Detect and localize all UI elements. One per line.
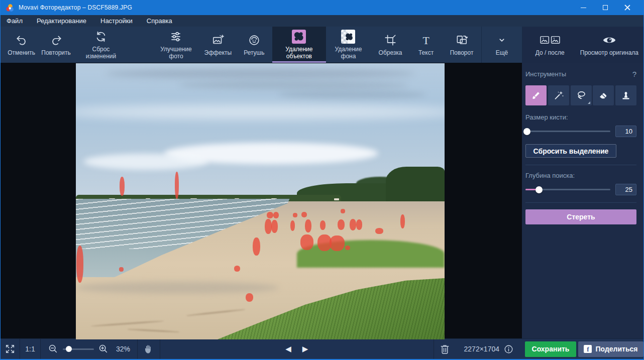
close-icon (624, 5, 630, 11)
red-selection-mark (290, 220, 295, 231)
red-selection-mark (246, 293, 253, 302)
toolbar-right-section: До / после Просмотр оригинала (522, 27, 643, 63)
info-icon[interactable] (503, 344, 514, 354)
status-bar-actions: Сохранить f Поделиться (522, 339, 643, 359)
hand-tool-button[interactable] (138, 339, 160, 359)
zoom-out-button[interactable] (48, 343, 59, 354)
tab-enhance-photo[interactable]: Улучшение фото (152, 27, 200, 63)
window-title: Movavi Фоторедактор – DSCF5889.JPG (19, 4, 132, 11)
stamp-icon (620, 90, 631, 101)
red-selection-mark (356, 219, 362, 230)
magic-wand-tool-button[interactable] (548, 85, 569, 105)
photo-canvas[interactable] (76, 63, 445, 339)
before-after-button[interactable]: До / после (524, 27, 576, 63)
minimize-icon (581, 8, 586, 8)
tab-text[interactable]: T Текст (410, 27, 442, 63)
tab-effects[interactable]: Эффекты (200, 27, 236, 63)
reset-selection-button[interactable]: Сбросить выделение (525, 144, 616, 158)
delete-image-button[interactable] (434, 339, 456, 359)
brush-size-slider[interactable] (525, 131, 610, 132)
minimize-button[interactable] (572, 0, 594, 15)
save-button[interactable]: Сохранить (525, 341, 576, 357)
previous-image-button[interactable]: ◀ (285, 344, 291, 353)
menu-bar: Файл Редактирование Настройки Справка (1, 15, 643, 27)
tab-remove-objects[interactable]: Удаление объектов (272, 27, 326, 63)
redo-icon (50, 33, 63, 47)
search-depth-label: Глубина поиска: (525, 172, 636, 179)
eraser-tool-button[interactable] (593, 85, 614, 105)
zoom-level: 32% (116, 345, 130, 353)
red-selection-mark (375, 228, 383, 234)
tab-rotate[interactable]: Поворот (442, 27, 481, 63)
red-selection-mark (120, 177, 125, 196)
effects-icon (211, 33, 225, 47)
zoom-in-button[interactable] (98, 343, 109, 354)
tab-remove-background[interactable]: Удаление фона (326, 27, 371, 63)
next-image-button[interactable]: ▶ (302, 344, 308, 353)
erase-button[interactable]: Стереть (525, 209, 636, 224)
zoom-slider[interactable] (63, 348, 94, 350)
more-button[interactable]: Ещё (482, 27, 522, 63)
close-button[interactable] (616, 0, 638, 15)
feature-tabs: Улучшение фото Эффекты (152, 27, 481, 63)
before-after-icon (540, 33, 560, 47)
red-selection-mark (253, 237, 260, 256)
red-selection-mark (234, 266, 240, 272)
stamp-tool-button[interactable] (615, 85, 636, 105)
zoom-slider-handle[interactable] (66, 346, 72, 352)
eye-icon (602, 33, 617, 47)
red-selection-mark (350, 219, 356, 230)
search-depth-slider-handle[interactable] (535, 186, 543, 193)
brush-size-slider-handle[interactable] (523, 128, 530, 135)
panel-divider (525, 165, 636, 165)
hand-icon (143, 343, 155, 355)
red-selection-mark (119, 267, 124, 272)
status-bar: 1:1 32% (1, 338, 643, 359)
view-original-button[interactable]: Просмотр оригинала (576, 27, 642, 63)
red-selection-mark (175, 172, 179, 199)
tab-retouch[interactable]: Ретушь (236, 27, 272, 63)
red-selection-mark (301, 212, 307, 217)
panel-divider (525, 202, 636, 203)
text-icon: T (419, 33, 433, 47)
remove-objects-icon (292, 30, 306, 44)
maximize-button[interactable] (594, 0, 616, 15)
title-bar: Movavi Фоторедактор – DSCF5889.JPG (1, 0, 643, 15)
canvas-area (1, 63, 522, 338)
trash-icon (439, 343, 451, 355)
undo-button[interactable]: Отменить (5, 27, 38, 63)
reset-changes-button[interactable]: Сброс изменений (74, 27, 128, 63)
red-selection-mark (330, 235, 345, 251)
toolbar: Отменить Повторить Сброс изменений (1, 27, 643, 63)
tools-panel-title: Инструменты (525, 70, 566, 78)
image-dimensions: 2272×1704 (464, 345, 499, 353)
maximize-icon (603, 5, 608, 10)
help-icon[interactable]: ? (632, 70, 636, 78)
menu-item-help[interactable]: Справка (147, 17, 172, 25)
remove-background-icon (341, 30, 355, 44)
crop-icon (384, 33, 397, 47)
share-button[interactable]: f Поделиться (578, 341, 643, 357)
search-depth-slider[interactable] (525, 189, 610, 190)
red-selection-mark (341, 209, 345, 213)
fit-to-screen-button[interactable] (1, 339, 20, 359)
brush-icon (530, 90, 542, 101)
adjust-sliders-icon (169, 30, 182, 44)
lasso-tool-button[interactable] (571, 85, 592, 105)
red-selection-mark (400, 214, 405, 228)
brush-tool-button[interactable] (525, 85, 547, 105)
brush-size-value[interactable]: 10 (615, 126, 636, 137)
red-selection-mark (338, 219, 345, 230)
red-selection-mark (345, 246, 350, 250)
search-depth-value[interactable]: 25 (615, 184, 636, 195)
red-selection-mark (271, 220, 278, 233)
menu-item-edit[interactable]: Редактирование (37, 17, 86, 25)
lasso-flyout-indicator (588, 101, 590, 104)
menu-item-file[interactable]: Файл (7, 17, 23, 25)
menu-item-settings[interactable]: Настройки (100, 17, 133, 25)
tools-panel: Инструменты ? (522, 63, 643, 338)
actual-size-button[interactable]: 1:1 (20, 339, 40, 359)
tab-crop[interactable]: Обрезка (371, 27, 410, 63)
redo-button[interactable]: Повторить (38, 27, 74, 63)
red-selection-mark (300, 234, 313, 250)
